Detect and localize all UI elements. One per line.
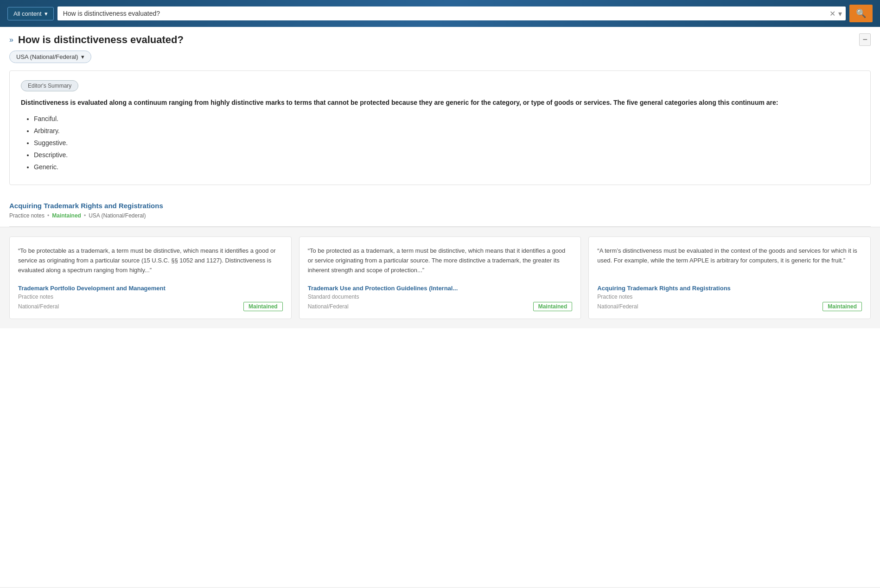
card-1-footer: Trademark Use and Protection Guidelines … <box>308 284 573 311</box>
result-type: Practice notes <box>9 212 45 219</box>
list-item: Arbitrary. <box>34 127 859 134</box>
expand-icon[interactable]: » <box>9 36 13 44</box>
card-0-title[interactable]: Trademark Portfolio Development and Mana… <box>18 285 166 292</box>
card-2-title[interactable]: Acquiring Trademark Rights and Registrat… <box>597 285 731 292</box>
card-1-quote: “To be protected as a trademark, a term … <box>308 246 573 275</box>
card-2-quote: “A term’s distinctiveness must be evalua… <box>597 246 862 275</box>
editors-list: Fanciful. Arbitrary. Suggestive. Descrip… <box>21 115 859 171</box>
dot-separator-2: • <box>84 212 86 219</box>
card-1-bottom: National/Federal Maintained <box>308 302 573 311</box>
country-dropdown-icon: ▾ <box>81 53 84 60</box>
card-2-region: National/Federal <box>597 303 638 310</box>
search-icon: 🔍 <box>856 8 866 19</box>
card-2-bottom: National/Federal Maintained <box>597 302 862 311</box>
card-2-type: Practice notes <box>597 294 862 300</box>
editors-summary-box: Editor's Summary Distinctiveness is eval… <box>9 70 871 185</box>
card-1: “To be protected as a trademark, a term … <box>299 236 581 319</box>
result-status-badge: Maintained <box>52 212 81 219</box>
top-bar-left: » How is distinctiveness evaluated? <box>9 34 184 46</box>
all-content-label: All content <box>13 10 42 17</box>
editors-summary-text: Distinctiveness is evaluated along a con… <box>21 98 859 108</box>
result-title[interactable]: Acquiring Trademark Rights and Registrat… <box>9 202 163 210</box>
search-bar: ✕ ▾ <box>57 6 846 20</box>
result-region: USA (National/Federal) <box>89 212 146 219</box>
list-item: Suggestive. <box>34 139 859 147</box>
clear-search-button[interactable]: ✕ <box>829 9 835 18</box>
search-icons: ✕ ▾ <box>829 9 842 18</box>
card-0-bottom: National/Federal Maintained <box>18 302 283 311</box>
card-2-footer: Acquiring Trademark Rights and Registrat… <box>597 284 862 311</box>
card-2: “A term’s distinctiveness must be evalua… <box>588 236 871 319</box>
editors-badge: Editor's Summary <box>21 80 78 91</box>
card-1-maintained-badge: Maintained <box>533 302 573 311</box>
card-1-region: National/Federal <box>308 303 349 310</box>
page-title: How is distinctiveness evaluated? <box>18 34 184 46</box>
country-label: USA (National/Federal) <box>16 53 78 60</box>
search-input[interactable] <box>61 6 829 20</box>
list-item: Fanciful. <box>34 115 859 122</box>
card-0-quote: “To be protectable as a trademark, a ter… <box>18 246 283 275</box>
minimize-button[interactable]: − <box>859 33 871 46</box>
search-dropdown-button[interactable]: ▾ <box>838 9 842 18</box>
card-0-footer: Trademark Portfolio Development and Mana… <box>18 284 283 311</box>
card-0: “To be protectable as a trademark, a ter… <box>9 236 292 319</box>
result-meta: Practice notes • Maintained • USA (Natio… <box>9 212 871 219</box>
result-item: Acquiring Trademark Rights and Registrat… <box>0 194 880 226</box>
card-0-maintained-badge: Maintained <box>243 302 283 311</box>
country-button[interactable]: USA (National/Federal) ▾ <box>9 51 91 63</box>
all-content-button[interactable]: All content ▾ <box>7 7 54 20</box>
dot-separator: • <box>47 212 49 219</box>
gray-section: “To be protectable as a trademark, a ter… <box>0 227 880 328</box>
list-item: Generic. <box>34 163 859 171</box>
card-1-title[interactable]: Trademark Use and Protection Guidelines … <box>308 285 458 292</box>
dropdown-arrow-icon: ▾ <box>45 10 48 17</box>
card-0-region: National/Federal <box>18 303 59 310</box>
card-1-type: Standard documents <box>308 294 573 300</box>
search-go-button[interactable]: 🔍 <box>849 5 873 22</box>
card-2-maintained-badge: Maintained <box>823 302 862 311</box>
country-selector: USA (National/Federal) ▾ <box>9 51 871 63</box>
cards-grid: “To be protectable as a trademark, a ter… <box>9 236 871 319</box>
list-item: Descriptive. <box>34 151 859 159</box>
header: All content ▾ ✕ ▾ 🔍 <box>0 0 880 27</box>
card-0-type: Practice notes <box>18 294 283 300</box>
top-bar: » How is distinctiveness evaluated? − <box>0 27 880 51</box>
main-content: » How is distinctiveness evaluated? − US… <box>0 27 880 587</box>
